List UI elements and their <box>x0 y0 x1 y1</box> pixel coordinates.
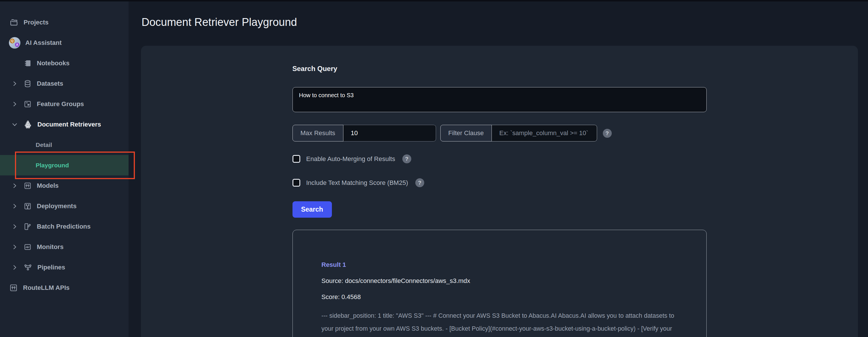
projects-folder-icon <box>9 18 19 27</box>
sidebar-item-monitors[interactable]: Monitors <box>0 237 129 257</box>
bm25-row: Include Text Matching Score (BM25) ? <box>292 178 424 187</box>
chevron-right-icon[interactable] <box>11 203 19 210</box>
chevron-right-icon[interactable] <box>11 80 19 87</box>
monitors-icon <box>23 243 32 251</box>
top-edge-strip <box>0 0 868 1</box>
sidebar-item-label: Monitors <box>37 243 64 251</box>
sidebar-item-feature-groups[interactable]: Feature Groups <box>0 94 129 114</box>
auto-merge-checkbox[interactable] <box>292 155 300 163</box>
filter-clause-label: Filter Clause <box>440 125 492 142</box>
auto-merge-help-icon[interactable]: ? <box>402 154 411 163</box>
sidebar-item-label: Models <box>37 182 59 189</box>
filter-clause-input[interactable] <box>492 125 597 142</box>
sidebar: ProjectsQAAI AssistantNotebooksDatasetsF… <box>0 0 129 337</box>
main-area: Document Retriever Playground Search Que… <box>129 0 868 337</box>
result-title: Result 1 <box>321 261 678 269</box>
sidebar-item-detail[interactable]: Detail <box>0 134 129 155</box>
bm25-help-icon[interactable]: ? <box>415 178 424 187</box>
notebook-icon <box>23 59 32 68</box>
sidebar-item-label: RouteLLM APIs <box>23 284 70 292</box>
sidebar-item-ai-assistant[interactable]: QAAI Assistant <box>0 32 129 53</box>
sidebar-item-datasets[interactable]: Datasets <box>0 73 129 94</box>
chevron-right-icon[interactable] <box>11 182 19 189</box>
deployments-icon <box>23 202 32 211</box>
chevron-right-icon[interactable] <box>11 101 19 108</box>
sidebar-item-batch-predictions[interactable]: Batch Predictions <box>0 216 129 237</box>
document-retrievers-icon <box>23 120 32 129</box>
auto-merge-label: Enable Auto-Merging of Results <box>306 155 395 163</box>
route-llm-icon <box>9 283 18 293</box>
sidebar-item-label: Document Retrievers <box>37 121 101 128</box>
result-snippet: --- sidebar_position: 1 title: "AWS S3" … <box>321 309 678 337</box>
document-retriever-playground-page: ProjectsQAAI AssistantNotebooksDatasetsF… <box>0 0 868 337</box>
result-snippet-text: --- sidebar_position: 1 title: "AWS S3" … <box>321 312 675 337</box>
sidebar-item-label: Notebooks <box>37 60 70 67</box>
sidebar-item-label: Playground <box>36 162 69 169</box>
filter-clause-help-icon[interactable]: ? <box>603 129 612 138</box>
auto-merge-row: Enable Auto-Merging of Results ? <box>292 154 411 163</box>
database-icon <box>23 79 32 88</box>
result-score: Score: 0.4568 <box>321 293 678 301</box>
chevron-right-icon[interactable] <box>11 244 19 250</box>
sidebar-item-label: Feature Groups <box>37 100 84 108</box>
models-icon <box>23 181 32 190</box>
playground-panel: Search Query Max Results Filter Clause ?… <box>141 46 858 337</box>
chevron-right-icon[interactable] <box>11 264 19 271</box>
filter-clause-group: Filter Clause <box>440 125 597 142</box>
bm25-checkbox[interactable] <box>292 179 300 187</box>
max-results-input[interactable] <box>343 125 436 142</box>
sidebar-item-routellm-apis[interactable]: RouteLLM APIs <box>0 277 129 298</box>
search-button[interactable]: Search <box>292 201 332 218</box>
sidebar-item-label: Pipelines <box>37 264 65 271</box>
chevron-down-icon[interactable] <box>11 121 19 128</box>
page-title: Document Retriever Playground <box>142 16 297 28</box>
results-card: Result 1 Source: docs/connectors/fileCon… <box>292 230 707 337</box>
sidebar-item-label: Detail <box>36 142 52 148</box>
sidebar-item-playground[interactable]: Playground <box>0 155 129 175</box>
ai-assistant-avatar-icon: QA <box>9 37 21 49</box>
sidebar-item-document-retrievers[interactable]: Document Retrievers <box>0 114 129 134</box>
bm25-label: Include Text Matching Score (BM25) <box>306 179 408 187</box>
batch-predictions-icon <box>23 222 32 231</box>
sidebar-item-models[interactable]: Models <box>0 175 129 196</box>
max-results-group: Max Results <box>292 125 436 142</box>
sidebar-item-label: AI Assistant <box>25 39 62 47</box>
max-results-label: Max Results <box>292 125 343 142</box>
feature-groups-icon <box>23 100 32 109</box>
search-query-input[interactable] <box>292 87 707 112</box>
sidebar-item-notebooks[interactable]: Notebooks <box>0 53 129 73</box>
result-source: Source: docs/connectors/fileConnectors/a… <box>321 277 678 285</box>
chevron-right-icon[interactable] <box>11 223 19 230</box>
sidebar-item-label: Datasets <box>37 80 63 87</box>
sidebar-item-deployments[interactable]: Deployments <box>0 196 129 216</box>
sidebar-item-label: Deployments <box>37 203 76 210</box>
sidebar-item-projects[interactable]: Projects <box>0 12 129 32</box>
search-query-label: Search Query <box>292 65 337 73</box>
sidebar-item-label: Projects <box>24 19 49 26</box>
pipelines-icon <box>23 263 32 272</box>
sidebar-item-label: Batch Predictions <box>37 223 91 230</box>
sidebar-item-pipelines[interactable]: Pipelines <box>0 257 129 277</box>
playground-content: Search Query Max Results Filter Clause ?… <box>292 46 707 337</box>
